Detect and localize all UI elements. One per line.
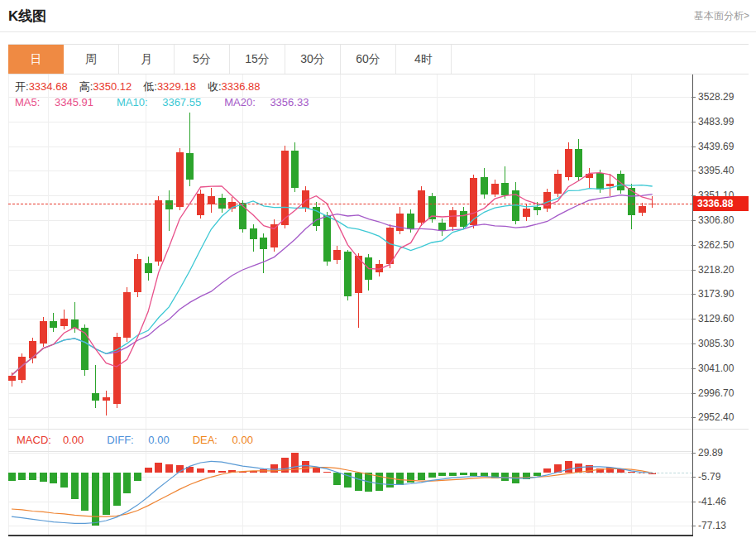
axis-tick-label: 3395.40 bbox=[698, 165, 734, 176]
macd-bar-positive bbox=[565, 461, 572, 473]
candle-up bbox=[113, 337, 121, 404]
macd-bar-negative bbox=[534, 473, 541, 475]
macd-bar-positive bbox=[554, 464, 562, 473]
axis-tick-label: 3173.90 bbox=[698, 288, 734, 300]
macd-bar-positive bbox=[145, 468, 152, 473]
candle-up bbox=[281, 151, 289, 224]
candle-up bbox=[606, 184, 614, 186]
axis-tick bbox=[691, 343, 696, 344]
axis-tick-label: 3085.30 bbox=[698, 338, 734, 349]
candle-up bbox=[639, 206, 646, 213]
macd-bar-negative bbox=[113, 473, 121, 506]
panel-divider bbox=[8, 429, 749, 430]
tab-month[interactable]: 月 bbox=[119, 45, 175, 74]
gridline bbox=[631, 74, 632, 535]
gridline bbox=[8, 147, 692, 147]
candle-down bbox=[407, 214, 414, 230]
bottom-axis-line bbox=[8, 535, 693, 536]
candle-up bbox=[470, 178, 477, 225]
candle-up bbox=[302, 190, 309, 209]
axis-tick-label: 3528.29 bbox=[698, 91, 734, 103]
panel-divider bbox=[8, 451, 692, 452]
candle-down bbox=[575, 149, 582, 177]
macd-bar-negative bbox=[71, 473, 79, 498]
axis-tick bbox=[691, 122, 696, 122]
macd-bar-positive bbox=[270, 464, 278, 473]
axis-tick bbox=[691, 393, 696, 394]
tab-5min[interactable]: 5分 bbox=[175, 45, 230, 74]
tab-week[interactable]: 周 bbox=[64, 45, 119, 74]
low-label: 低: bbox=[143, 80, 157, 93]
macd-bar-negative bbox=[365, 473, 372, 492]
diff-value: DIFF: 0.00 bbox=[107, 434, 180, 446]
macd-bar-negative bbox=[103, 473, 110, 515]
ohlc-legend: 开:3334.68高:3350.12低:3329.18收:3336.88 bbox=[15, 79, 272, 94]
gridline bbox=[8, 319, 692, 319]
macd-bar-negative bbox=[333, 473, 341, 485]
gridline bbox=[8, 453, 692, 454]
current-price-badge: 3336.88 bbox=[693, 196, 749, 211]
axis-tick bbox=[691, 97, 696, 98]
axis-tick bbox=[691, 270, 696, 271]
gridline bbox=[534, 74, 535, 535]
macd-bar-negative bbox=[134, 473, 141, 481]
candle-up bbox=[103, 397, 110, 401]
macd-bar-negative bbox=[355, 473, 362, 490]
kline-widget: K线图 基本面分析> 日 周 月 5分 15分 30分 60分 4时 3528.… bbox=[0, 0, 756, 538]
axis-tick-label: 2952.40 bbox=[698, 411, 734, 423]
candle-up bbox=[155, 200, 162, 262]
macd-bar-positive bbox=[291, 453, 299, 473]
macd-bar-negative bbox=[449, 473, 457, 475]
candle-up bbox=[355, 256, 362, 293]
tab-4hour[interactable]: 4时 bbox=[396, 45, 452, 74]
axis-tick-label: 3129.60 bbox=[698, 313, 734, 324]
fundamental-analysis-link[interactable]: 基本面分析> bbox=[694, 9, 749, 23]
gridline bbox=[8, 122, 692, 122]
macd-bar-negative bbox=[92, 473, 99, 525]
gridline bbox=[146, 74, 146, 535]
axis-tick-label: -41.46 bbox=[698, 496, 726, 507]
ma5-legend: MA5: 3345.91 bbox=[15, 96, 105, 108]
macd-bar-negative bbox=[396, 473, 404, 485]
candle-down bbox=[344, 252, 352, 296]
macd-bar-negative bbox=[407, 473, 414, 483]
candle-down bbox=[260, 238, 267, 249]
macd-bar-positive bbox=[197, 468, 204, 473]
open-value: 3334.68 bbox=[29, 80, 68, 93]
candle-up bbox=[18, 357, 26, 380]
tab-15min[interactable]: 15分 bbox=[230, 45, 285, 74]
divider bbox=[0, 31, 756, 32]
axis-tick bbox=[691, 526, 696, 526]
candle-up bbox=[8, 376, 16, 382]
ma10-legend: MA10: 3367.55 bbox=[117, 96, 213, 108]
candle-up bbox=[554, 174, 562, 194]
macd-bar-negative bbox=[60, 473, 68, 488]
candle-up bbox=[586, 174, 593, 178]
axis-tick bbox=[691, 502, 696, 502]
axis-tick bbox=[691, 220, 696, 221]
candle-down bbox=[512, 190, 519, 220]
candle-up bbox=[134, 259, 141, 292]
candle-wick-up bbox=[106, 391, 107, 416]
macd-bar-negative bbox=[460, 473, 467, 474]
tab-30min[interactable]: 30分 bbox=[285, 45, 341, 74]
tab-day[interactable]: 日 bbox=[8, 45, 64, 74]
gridline bbox=[48, 74, 49, 535]
candle-up bbox=[270, 224, 278, 247]
macd-bar-negative bbox=[29, 473, 36, 480]
candle-wick-down bbox=[169, 190, 170, 231]
macd-bar-positive bbox=[208, 470, 215, 473]
tab-60min[interactable]: 60分 bbox=[341, 45, 396, 74]
axis-tick-label: 3439.69 bbox=[698, 141, 734, 152]
candle-down bbox=[534, 207, 541, 211]
current-price-dashed-line bbox=[8, 204, 692, 204]
candle-down bbox=[165, 200, 173, 209]
candle-up bbox=[376, 264, 383, 272]
macd-bar-negative bbox=[40, 473, 47, 482]
axis-tick bbox=[691, 171, 696, 171]
ma-legend: MA5: 3345.91MA10: 3367.55MA20: 3356.33 bbox=[15, 96, 332, 108]
candle-down bbox=[323, 215, 331, 262]
macd-bar-positive bbox=[186, 467, 194, 473]
gridline bbox=[8, 343, 692, 344]
candle-up bbox=[60, 319, 68, 326]
